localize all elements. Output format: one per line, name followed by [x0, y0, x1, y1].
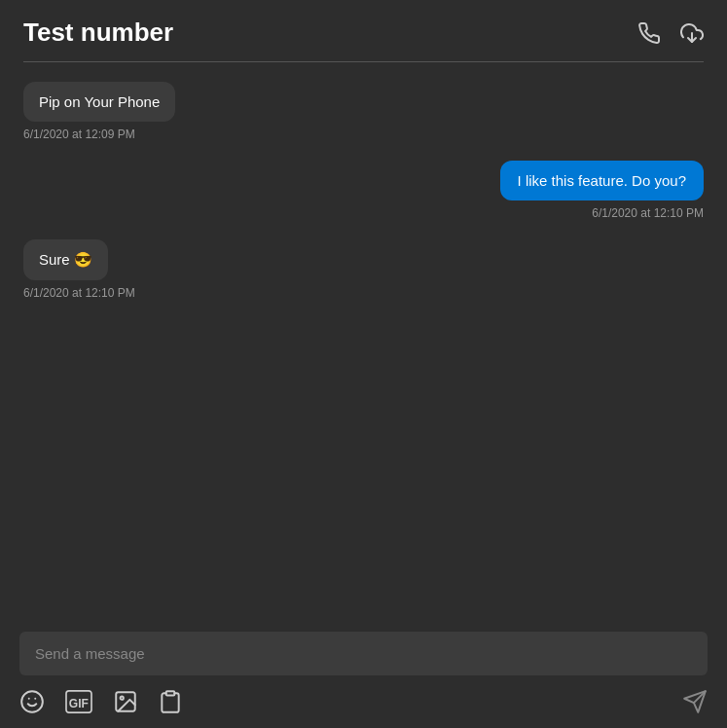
timestamp-1: 6/1/2020 at 12:09 PM	[23, 127, 704, 141]
message-group-received-2: Sure 😎 6/1/2020 at 12:10 PM	[23, 239, 704, 300]
gif-icon[interactable]: GIF	[64, 689, 93, 714]
toolbar-left: GIF	[19, 689, 183, 714]
import-icon[interactable]	[680, 21, 704, 45]
header-icons	[637, 21, 704, 45]
call-icon[interactable]	[637, 21, 661, 45]
bubble-sent-1: I like this feature. Do you?	[500, 161, 704, 200]
message-text-3: Sure 😎	[39, 251, 92, 268]
message-text-2: I like this feature. Do you?	[518, 172, 686, 189]
emoji-icon[interactable]	[19, 689, 45, 714]
bubble-received-2: Sure 😎	[23, 239, 108, 280]
svg-text:GIF: GIF	[69, 697, 89, 710]
svg-point-7	[121, 697, 124, 700]
bubble-received-1: Pip on Your Phone	[23, 82, 175, 122]
page-title: Test number	[23, 18, 173, 48]
clipboard-icon[interactable]	[158, 689, 183, 714]
header: Test number	[0, 0, 727, 61]
image-icon[interactable]	[113, 689, 138, 714]
svg-point-1	[21, 691, 43, 712]
message-group-received-1: Pip on Your Phone 6/1/2020 at 12:09 PM	[23, 82, 704, 141]
input-area	[0, 624, 727, 681]
svg-rect-8	[166, 691, 175, 695]
message-group-sent-1: I like this feature. Do you? 6/1/2020 at…	[23, 161, 704, 220]
send-icon[interactable]	[682, 689, 708, 714]
messages-area: Pip on Your Phone 6/1/2020 at 12:09 PM I…	[0, 62, 727, 624]
message-text-1: Pip on Your Phone	[39, 93, 160, 110]
toolbar: GIF	[0, 681, 727, 728]
timestamp-2: 6/1/2020 at 12:10 PM	[592, 206, 704, 220]
timestamp-3: 6/1/2020 at 12:10 PM	[23, 286, 704, 300]
message-input[interactable]	[19, 632, 708, 675]
